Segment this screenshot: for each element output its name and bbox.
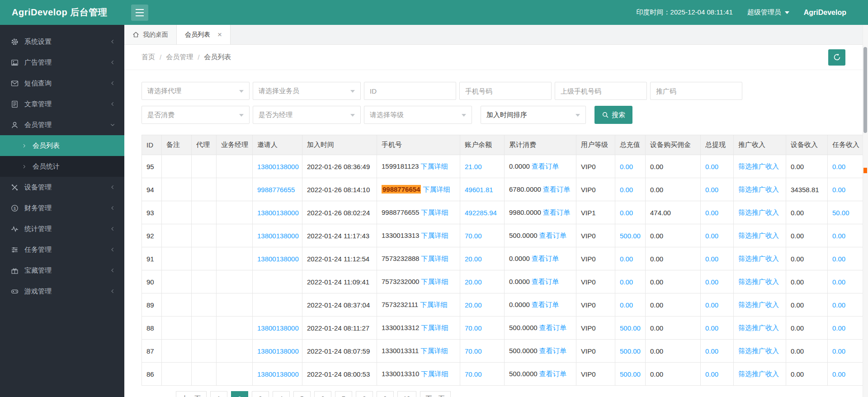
balance-link[interactable]: 70.00	[465, 347, 482, 355]
filter-select-consume[interactable]: 是否消费	[142, 106, 250, 124]
pagination-page-5[interactable]: 5	[293, 391, 311, 397]
inviter-link[interactable]: 13800138000	[257, 324, 299, 332]
promo-filter-link[interactable]: 筛选推广收入	[738, 347, 779, 354]
promo-filter-link[interactable]: 筛选推广收入	[738, 232, 779, 239]
balance-link[interactable]: 70.00	[465, 232, 482, 240]
task-income-link[interactable]: 0.00	[832, 278, 845, 286]
task-income-link[interactable]: 0.00	[832, 370, 845, 378]
inviter-link[interactable]: 13800138000	[257, 232, 299, 240]
pagination-page-4[interactable]: 4	[273, 391, 290, 397]
balance-link[interactable]: 49601.81	[465, 186, 493, 194]
withdraw-link[interactable]: 0.00	[705, 186, 718, 194]
recharge-link[interactable]: 0.00	[620, 209, 633, 217]
recharge-link[interactable]: 0.00	[620, 255, 633, 263]
breadcrumb-item[interactable]: 首页	[142, 53, 155, 61]
filter-input-id[interactable]	[364, 82, 456, 100]
sub-detail-link[interactable]: 下属详细	[423, 185, 450, 193]
scrollbar-thumb[interactable]	[863, 47, 867, 133]
sidebar-item-article[interactable]: 文章管理	[0, 94, 124, 114]
vertical-scrollbar[interactable]	[863, 25, 868, 397]
view-order-link[interactable]: 查看订单	[539, 324, 566, 331]
view-order-link[interactable]: 查看订单	[539, 347, 566, 354]
inviter-link[interactable]: 13800138000	[257, 209, 299, 217]
promo-filter-link[interactable]: 筛选推广收入	[738, 370, 779, 378]
close-icon[interactable]: ×	[217, 31, 222, 38]
withdraw-link[interactable]: 0.00	[705, 255, 718, 263]
sidebar-item-device[interactable]: 设备管理	[0, 177, 124, 198]
sidebar-item-treasure[interactable]: 宝藏管理	[0, 260, 124, 281]
task-income-link[interactable]: 0.00	[832, 232, 845, 240]
view-order-link[interactable]: 查看订单	[539, 232, 566, 239]
sidebar-subitem-member-list[interactable]: 会员列表	[0, 135, 124, 156]
menu-toggle-button[interactable]	[131, 5, 148, 21]
recharge-link[interactable]: 0.00	[620, 278, 633, 286]
filter-select-agent[interactable]: 请选择代理	[142, 82, 250, 100]
sidebar-item-finance[interactable]: $财务管理	[0, 198, 124, 218]
filter-input-phone[interactable]	[459, 82, 552, 100]
recharge-link[interactable]: 0.00	[620, 186, 633, 194]
sidebar-item-game[interactable]: 游戏管理	[0, 281, 124, 302]
task-income-link[interactable]: 0.00	[832, 163, 845, 170]
breadcrumb-item[interactable]: 会员管理	[166, 53, 193, 61]
sidebar-item-member[interactable]: 会员管理	[0, 114, 124, 135]
withdraw-link[interactable]: 0.00	[705, 278, 718, 286]
task-income-link[interactable]: 0.00	[832, 347, 845, 355]
recharge-link[interactable]: 0.00	[620, 301, 633, 309]
withdraw-link[interactable]: 0.00	[705, 232, 718, 240]
filter-select-level[interactable]: 请选择等级	[364, 106, 472, 124]
recharge-link[interactable]: 500.00	[620, 324, 641, 332]
balance-link[interactable]: 20.00	[465, 301, 482, 309]
pagination-page-3[interactable]: 3	[252, 391, 269, 397]
withdraw-link[interactable]: 0.00	[705, 301, 718, 309]
sub-detail-link[interactable]: 下属详细	[421, 255, 448, 262]
balance-link[interactable]: 70.00	[465, 370, 482, 378]
tab-member-list[interactable]: 会员列表×	[177, 25, 231, 44]
withdraw-link[interactable]: 0.00	[705, 163, 718, 170]
inviter-link[interactable]: 9988776655	[257, 186, 295, 194]
recharge-link[interactable]: 500.00	[620, 370, 641, 378]
withdraw-link[interactable]: 0.00	[705, 324, 718, 332]
sub-detail-link[interactable]: 下属详细	[420, 162, 448, 170]
sub-detail-link[interactable]: 下属详细	[420, 347, 448, 354]
balance-link[interactable]: 20.00	[465, 278, 482, 286]
inviter-link[interactable]: 13800138000	[257, 163, 299, 170]
task-income-link[interactable]: 0.00	[832, 324, 845, 332]
sidebar-item-sms[interactable]: 短信查询	[0, 73, 124, 94]
view-order-link[interactable]: 查看订单	[539, 370, 566, 378]
view-order-link[interactable]: 查看订单	[532, 301, 559, 308]
promo-filter-link[interactable]: 筛选推广收入	[738, 255, 779, 262]
recharge-link[interactable]: 500.00	[620, 347, 641, 355]
sub-detail-link[interactable]: 下属详细	[421, 278, 448, 285]
inviter-link[interactable]: 13800138000	[257, 347, 299, 355]
promo-filter-link[interactable]: 筛选推广收入	[738, 208, 779, 216]
sidebar-item-ad[interactable]: 广告管理	[0, 52, 124, 73]
view-order-link[interactable]: 查看订单	[543, 208, 570, 216]
pagination-page-1[interactable]: 1	[210, 391, 227, 397]
filter-select-manager[interactable]: 是否为经理	[253, 106, 361, 124]
sub-detail-link[interactable]: 下属详细	[421, 324, 448, 331]
pagination-page-6[interactable]: 6	[314, 391, 331, 397]
withdraw-link[interactable]: 0.00	[705, 370, 718, 378]
filter-select-salesman[interactable]: 请选择业务员	[253, 82, 361, 100]
balance-link[interactable]: 492285.94	[465, 209, 497, 217]
search-button[interactable]: 搜索	[594, 106, 632, 124]
view-order-link[interactable]: 查看订单	[543, 185, 570, 193]
task-income-link[interactable]: 0.00	[832, 301, 845, 309]
pagination-page-2[interactable]: 2	[231, 391, 248, 397]
balance-link[interactable]: 20.00	[465, 255, 482, 263]
inviter-link[interactable]: 13800138000	[257, 370, 299, 378]
promo-filter-link[interactable]: 筛选推广收入	[738, 162, 779, 170]
promo-filter-link[interactable]: 筛选推广收入	[738, 324, 779, 331]
withdraw-link[interactable]: 0.00	[705, 209, 718, 217]
pagination-prev-button[interactable]: 上一页	[176, 391, 207, 397]
role-dropdown[interactable]: 超级管理员	[747, 8, 789, 17]
promo-filter-link[interactable]: 筛选推广收入	[738, 185, 779, 193]
view-order-link[interactable]: 查看订单	[532, 162, 559, 170]
task-income-link[interactable]: 50.00	[832, 209, 849, 217]
sidebar-subitem-member-stats[interactable]: 会员统计	[0, 156, 124, 177]
sidebar-item-system[interactable]: 系统设置	[0, 31, 124, 52]
promo-filter-link[interactable]: 筛选推广收入	[738, 301, 779, 308]
promo-filter-link[interactable]: 筛选推广收入	[738, 278, 779, 285]
pagination-page-8[interactable]: 8	[356, 391, 373, 397]
sub-detail-link[interactable]: 下属详细	[420, 301, 447, 308]
